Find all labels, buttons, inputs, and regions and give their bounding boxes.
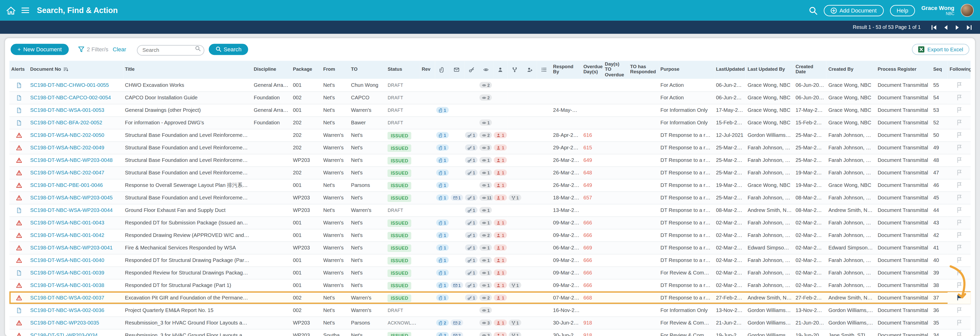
following-flag[interactable] <box>956 157 962 163</box>
attachment-badge[interactable]: 2 <box>436 320 449 326</box>
column-header-respond-by[interactable]: Respond By <box>551 60 582 79</box>
key-badge[interactable]: 1 <box>465 270 478 276</box>
mail-badge-cell[interactable]: 2 <box>449 316 464 329</box>
attachment-badge-cell[interactable]: 1 <box>435 216 450 229</box>
attachment-badge[interactable]: 1 <box>436 282 449 288</box>
column-header-alerts[interactable]: Alerts <box>10 60 28 79</box>
key-badge-cell[interactable]: 1 <box>464 241 479 254</box>
eye-badge-cell[interactable]: 1 <box>479 116 493 129</box>
document-link[interactable]: SC198-DT-NBC-WSA-001-0053 <box>30 107 104 113</box>
key-badge[interactable]: 1 <box>465 195 478 201</box>
eye-badge-cell[interactable]: 2 <box>479 229 493 241</box>
attachment-badge[interactable]: 1 <box>436 182 449 188</box>
attachment-badge[interactable]: 1 <box>436 132 449 139</box>
eye-badge[interactable]: 1 <box>479 270 492 276</box>
eye-badge-cell[interactable]: 1 <box>479 154 493 166</box>
next-page-button[interactable] <box>955 24 961 30</box>
eye-badge[interactable]: 11 <box>479 195 493 201</box>
person-badge-cell[interactable]: 1 <box>493 291 508 304</box>
column-header-title[interactable]: Title <box>123 60 252 79</box>
following-cell[interactable] <box>948 254 971 266</box>
attachment-badge-cell[interactable]: 1 <box>435 104 450 116</box>
add-document-button[interactable]: Add Document <box>824 5 883 16</box>
key-badge-cell[interactable]: 1 <box>464 141 479 154</box>
person-badge-cell[interactable]: 1 <box>493 166 508 179</box>
person-badge[interactable]: 1 <box>494 157 507 163</box>
eye-badge-cell[interactable]: 1 <box>479 279 493 291</box>
column-header-last-updated-by[interactable]: Last Updated By <box>746 60 794 79</box>
table-row[interactable]: SC198-DT-WSA-NBC-001-0042Responded Drawi… <box>10 229 971 241</box>
attachment-badge-cell[interactable]: 1 <box>435 266 450 279</box>
following-flag[interactable] <box>956 144 962 151</box>
mail-badge-cell[interactable]: 2 <box>449 329 464 336</box>
eye-badge-cell[interactable]: 1 <box>479 254 493 266</box>
column-header-created-date[interactable]: Created Date <box>794 60 827 79</box>
column-header-purpose[interactable]: Purpose <box>659 60 714 79</box>
fork-badge[interactable]: 1 <box>509 320 522 326</box>
document-no-cell[interactable]: SC198-DT-WSA-NBC-202-0049 <box>28 141 123 154</box>
mail-badge[interactable]: 2 <box>450 320 463 326</box>
table-row[interactable]: SC198-DT-WSA-NBC-001-0043Responded DT fo… <box>10 216 971 229</box>
eye-badge-cell[interactable]: 1 <box>479 304 493 316</box>
mail-badge[interactable]: 1 <box>450 195 463 201</box>
person-badge-cell[interactable]: 1 <box>493 129 508 141</box>
column-header-process-register[interactable]: Process Register <box>876 60 932 79</box>
person-badge-cell[interactable]: 1 <box>493 279 508 291</box>
attachment-badge[interactable]: 1 <box>436 270 449 276</box>
table-row[interactable]: SC198-DT-WSA-NBC-202-0050Structural Base… <box>10 129 971 141</box>
following-cell[interactable] <box>948 129 971 141</box>
following-flag[interactable] <box>956 307 962 313</box>
document-no-cell[interactable]: SC198-DT-WSA-NBC-001-0043 <box>28 216 123 229</box>
document-no-cell[interactable]: SC198-DT-STL-WP203-0034 <box>28 329 123 336</box>
person-badge-cell[interactable]: 1 <box>493 229 508 241</box>
table-row[interactable]: SC198-DT-WSA-NBC-001-0039Responded Revie… <box>10 266 971 279</box>
document-link[interactable]: SC198-DT-WSA-NBC-WP203-0041 <box>30 245 113 251</box>
document-no-cell[interactable]: SC198-DT-NBC-WSA-002-0036 <box>28 304 123 316</box>
document-link[interactable]: SC198-DT-WSA-NBC-001-0038 <box>30 282 104 288</box>
attachment-badge[interactable]: 1 <box>436 295 449 301</box>
key-badge-cell[interactable]: 1 <box>464 166 479 179</box>
following-flag[interactable] <box>956 107 962 113</box>
document-no-cell[interactable]: SC198-DT-WSA-NBC-001-0039 <box>28 266 123 279</box>
person-badge-cell[interactable]: 1 <box>493 316 508 329</box>
following-flag[interactable] <box>956 194 962 201</box>
fork-badge[interactable]: 1 <box>509 195 522 201</box>
following-cell[interactable] <box>948 291 971 304</box>
eye-badge[interactable]: 1 <box>479 245 492 251</box>
following-cell[interactable] <box>948 91 971 104</box>
table-row[interactable]: SC198-DT-WSA-NBC-202-0047Structural Base… <box>10 166 971 179</box>
help-button[interactable]: Help <box>890 5 915 16</box>
person-badge[interactable]: 1 <box>494 245 507 251</box>
prev-page-button[interactable] <box>942 24 948 30</box>
key-badge-cell[interactable]: 1 <box>464 291 479 304</box>
following-flag[interactable] <box>956 81 962 88</box>
attachment-badge-cell[interactable]: 1 <box>435 179 450 191</box>
eye-badge-cell[interactable]: 1 <box>479 266 493 279</box>
person-badge[interactable]: 1 <box>494 145 507 151</box>
document-no-cell[interactable]: SC198-DT-WSA-NBC-WP203-0045 <box>28 191 123 204</box>
document-link[interactable]: SC198-DT-WSA-NBC-202-0047 <box>30 170 104 176</box>
avatar[interactable] <box>961 4 974 17</box>
following-cell[interactable] <box>948 329 971 336</box>
eye-badge[interactable]: 1 <box>479 207 492 213</box>
eye-badge[interactable]: 1 <box>479 282 492 288</box>
key-badge-cell[interactable]: 1 <box>464 129 479 141</box>
table-row[interactable]: SC198-DT-WSA-NBC-001-0038Responded DT fo… <box>10 279 971 291</box>
person-badge[interactable]: 1 <box>494 320 507 326</box>
following-cell[interactable] <box>948 141 971 154</box>
document-no-cell[interactable]: SC198-DT-NBC-CHWO-001-0055 <box>28 79 123 91</box>
attachment-badge-cell[interactable]: 1 <box>435 279 450 291</box>
person-badge[interactable]: 1 <box>494 132 507 139</box>
person-badge[interactable]: 1 <box>494 295 507 301</box>
column-header-rev[interactable]: Rev <box>420 60 435 79</box>
document-link[interactable]: SC198-DT-NBC-PBE-001-0046 <box>30 182 103 188</box>
attachment-badge-cell[interactable]: 1 <box>435 141 450 154</box>
document-link[interactable]: SC198-DT-WSA-NBC-001-0040 <box>30 257 104 263</box>
following-cell[interactable] <box>948 179 971 191</box>
attachment-badge-cell[interactable]: 1 <box>435 166 450 179</box>
home-button[interactable] <box>6 6 16 14</box>
attachment-badge-cell[interactable]: 1 <box>435 129 450 141</box>
document-link[interactable]: SC198-DT-NBC-WSA-002-0037 <box>30 295 104 301</box>
document-link[interactable]: SC198-DT-WSA-NBC-001-0042 <box>30 232 104 238</box>
following-cell[interactable] <box>948 191 971 204</box>
